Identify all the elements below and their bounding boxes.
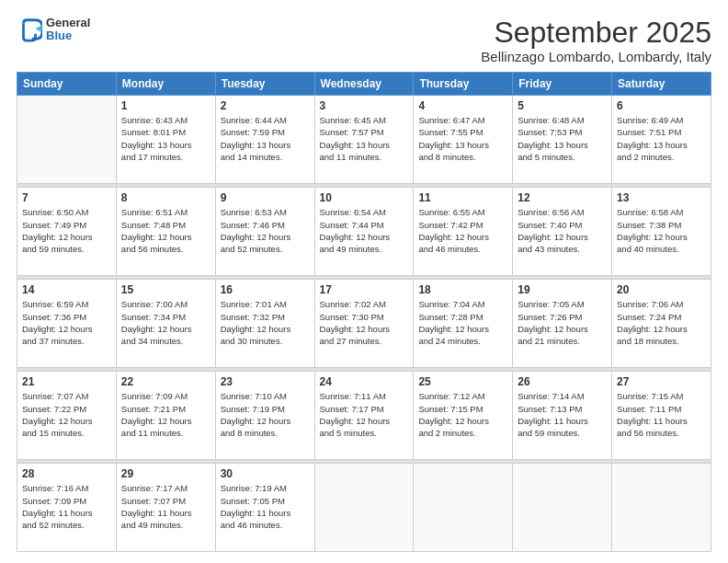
day-number: 30 xyxy=(221,467,310,480)
day-number: 24 xyxy=(320,375,409,388)
calendar-cell: 28Sunrise: 7:16 AM Sunset: 7:09 PM Dayli… xyxy=(17,464,117,552)
col-header-wednesday: Wednesday xyxy=(314,73,414,96)
day-number: 22 xyxy=(121,375,210,388)
day-detail: Sunrise: 6:48 AM Sunset: 7:53 PM Dayligh… xyxy=(518,114,607,163)
calendar-cell: 8Sunrise: 6:51 AM Sunset: 7:48 PM Daylig… xyxy=(116,188,215,276)
day-detail: Sunrise: 7:14 AM Sunset: 7:13 PM Dayligh… xyxy=(518,390,607,439)
calendar-cell: 19Sunrise: 7:05 AM Sunset: 7:26 PM Dayli… xyxy=(513,280,612,368)
day-detail: Sunrise: 7:19 AM Sunset: 7:05 PM Dayligh… xyxy=(221,482,310,531)
day-number: 11 xyxy=(418,191,507,204)
calendar-cell xyxy=(612,464,711,552)
day-number: 12 xyxy=(518,191,607,204)
calendar-header-row: SundayMondayTuesdayWednesdayThursdayFrid… xyxy=(17,73,711,96)
calendar-cell: 3Sunrise: 6:45 AM Sunset: 7:57 PM Daylig… xyxy=(314,96,414,184)
day-detail: Sunrise: 7:10 AM Sunset: 7:19 PM Dayligh… xyxy=(221,390,310,439)
day-number: 3 xyxy=(320,99,409,112)
day-number: 27 xyxy=(617,375,706,388)
logo: General Blue xyxy=(17,17,90,43)
day-number: 10 xyxy=(320,191,409,204)
day-detail: Sunrise: 7:17 AM Sunset: 7:07 PM Dayligh… xyxy=(121,482,210,531)
day-number: 2 xyxy=(221,99,310,112)
day-number: 14 xyxy=(22,283,111,296)
col-header-sunday: Sunday xyxy=(17,73,117,96)
day-number: 6 xyxy=(617,99,706,112)
day-detail: Sunrise: 7:05 AM Sunset: 7:26 PM Dayligh… xyxy=(518,298,607,347)
day-number: 4 xyxy=(418,99,507,112)
col-header-saturday: Saturday xyxy=(612,73,711,96)
day-detail: Sunrise: 7:09 AM Sunset: 7:21 PM Dayligh… xyxy=(121,390,210,439)
day-detail: Sunrise: 6:55 AM Sunset: 7:42 PM Dayligh… xyxy=(418,206,507,255)
day-detail: Sunrise: 7:07 AM Sunset: 7:22 PM Dayligh… xyxy=(22,390,111,439)
page: General Blue September 2025 Bellinzago L… xyxy=(0,0,728,563)
day-detail: Sunrise: 7:16 AM Sunset: 7:09 PM Dayligh… xyxy=(22,482,111,531)
calendar-cell: 4Sunrise: 6:47 AM Sunset: 7:55 PM Daylig… xyxy=(414,96,513,184)
day-number: 15 xyxy=(121,283,210,296)
day-number: 29 xyxy=(121,467,210,480)
calendar-cell: 12Sunrise: 6:56 AM Sunset: 7:40 PM Dayli… xyxy=(513,188,612,276)
day-detail: Sunrise: 6:50 AM Sunset: 7:49 PM Dayligh… xyxy=(22,206,111,255)
day-number: 17 xyxy=(320,283,409,296)
calendar-cell: 13Sunrise: 6:58 AM Sunset: 7:38 PM Dayli… xyxy=(612,188,711,276)
calendar-cell: 27Sunrise: 7:15 AM Sunset: 7:11 PM Dayli… xyxy=(612,372,711,460)
calendar-cell: 7Sunrise: 6:50 AM Sunset: 7:49 PM Daylig… xyxy=(17,188,117,276)
calendar-cell: 30Sunrise: 7:19 AM Sunset: 7:05 PM Dayli… xyxy=(215,464,314,552)
day-detail: Sunrise: 6:56 AM Sunset: 7:40 PM Dayligh… xyxy=(518,206,607,255)
col-header-thursday: Thursday xyxy=(414,73,513,96)
day-number: 9 xyxy=(221,191,310,204)
day-number: 21 xyxy=(22,375,111,388)
day-detail: Sunrise: 7:15 AM Sunset: 7:11 PM Dayligh… xyxy=(617,390,706,439)
calendar-week-row: 7Sunrise: 6:50 AM Sunset: 7:49 PM Daylig… xyxy=(17,188,711,276)
calendar-cell xyxy=(513,464,612,552)
day-number: 1 xyxy=(121,99,210,112)
calendar-cell: 15Sunrise: 7:00 AM Sunset: 7:34 PM Dayli… xyxy=(116,280,215,368)
calendar-cell: 10Sunrise: 6:54 AM Sunset: 7:44 PM Dayli… xyxy=(314,188,414,276)
col-header-friday: Friday xyxy=(513,73,612,96)
calendar-cell: 5Sunrise: 6:48 AM Sunset: 7:53 PM Daylig… xyxy=(513,96,612,184)
calendar-cell: 9Sunrise: 6:53 AM Sunset: 7:46 PM Daylig… xyxy=(215,188,314,276)
day-number: 20 xyxy=(617,283,706,296)
day-detail: Sunrise: 7:06 AM Sunset: 7:24 PM Dayligh… xyxy=(617,298,706,347)
day-detail: Sunrise: 6:44 AM Sunset: 7:59 PM Dayligh… xyxy=(221,114,310,163)
calendar-week-row: 1Sunrise: 6:43 AM Sunset: 8:01 PM Daylig… xyxy=(17,96,711,184)
day-detail: Sunrise: 7:01 AM Sunset: 7:32 PM Dayligh… xyxy=(221,298,310,347)
header: General Blue September 2025 Bellinzago L… xyxy=(17,17,711,64)
calendar-week-row: 21Sunrise: 7:07 AM Sunset: 7:22 PM Dayli… xyxy=(17,372,711,460)
day-number: 13 xyxy=(617,191,706,204)
calendar-table: SundayMondayTuesdayWednesdayThursdayFrid… xyxy=(17,72,711,552)
day-detail: Sunrise: 6:47 AM Sunset: 7:55 PM Dayligh… xyxy=(418,114,507,163)
day-detail: Sunrise: 6:51 AM Sunset: 7:48 PM Dayligh… xyxy=(121,206,210,255)
calendar-cell: 25Sunrise: 7:12 AM Sunset: 7:15 PM Dayli… xyxy=(414,372,513,460)
calendar-week-row: 28Sunrise: 7:16 AM Sunset: 7:09 PM Dayli… xyxy=(17,464,711,552)
calendar-week-row: 14Sunrise: 6:59 AM Sunset: 7:36 PM Dayli… xyxy=(17,280,711,368)
calendar-cell: 23Sunrise: 7:10 AM Sunset: 7:19 PM Dayli… xyxy=(215,372,314,460)
day-detail: Sunrise: 6:54 AM Sunset: 7:44 PM Dayligh… xyxy=(320,206,409,255)
calendar-cell: 2Sunrise: 6:44 AM Sunset: 7:59 PM Daylig… xyxy=(215,96,314,184)
logo-blue-text: Blue xyxy=(46,29,90,42)
calendar-cell: 22Sunrise: 7:09 AM Sunset: 7:21 PM Dayli… xyxy=(116,372,215,460)
day-detail: Sunrise: 7:11 AM Sunset: 7:17 PM Dayligh… xyxy=(320,390,409,439)
day-detail: Sunrise: 7:00 AM Sunset: 7:34 PM Dayligh… xyxy=(121,298,210,347)
day-number: 23 xyxy=(221,375,310,388)
col-header-monday: Monday xyxy=(116,73,215,96)
title-block: September 2025 Bellinzago Lombardo, Lomb… xyxy=(481,17,711,64)
day-number: 5 xyxy=(518,99,607,112)
calendar-cell: 6Sunrise: 6:49 AM Sunset: 7:51 PM Daylig… xyxy=(612,96,711,184)
day-detail: Sunrise: 6:59 AM Sunset: 7:36 PM Dayligh… xyxy=(22,298,111,347)
calendar-cell: 11Sunrise: 6:55 AM Sunset: 7:42 PM Dayli… xyxy=(414,188,513,276)
day-number: 16 xyxy=(221,283,310,296)
calendar-cell: 18Sunrise: 7:04 AM Sunset: 7:28 PM Dayli… xyxy=(414,280,513,368)
day-number: 8 xyxy=(121,191,210,204)
calendar-cell: 1Sunrise: 6:43 AM Sunset: 8:01 PM Daylig… xyxy=(116,96,215,184)
col-header-tuesday: Tuesday xyxy=(215,73,314,96)
calendar-cell xyxy=(17,96,117,184)
day-detail: Sunrise: 7:12 AM Sunset: 7:15 PM Dayligh… xyxy=(418,390,507,439)
day-number: 25 xyxy=(418,375,507,388)
calendar-cell: 20Sunrise: 7:06 AM Sunset: 7:24 PM Dayli… xyxy=(612,280,711,368)
logo-text: General Blue xyxy=(46,17,90,43)
calendar-cell: 14Sunrise: 6:59 AM Sunset: 7:36 PM Dayli… xyxy=(17,280,117,368)
calendar-cell: 16Sunrise: 7:01 AM Sunset: 7:32 PM Dayli… xyxy=(215,280,314,368)
logo-icon xyxy=(17,17,42,42)
day-detail: Sunrise: 6:49 AM Sunset: 7:51 PM Dayligh… xyxy=(617,114,706,163)
calendar-cell xyxy=(314,464,414,552)
calendar-cell: 21Sunrise: 7:07 AM Sunset: 7:22 PM Dayli… xyxy=(17,372,117,460)
